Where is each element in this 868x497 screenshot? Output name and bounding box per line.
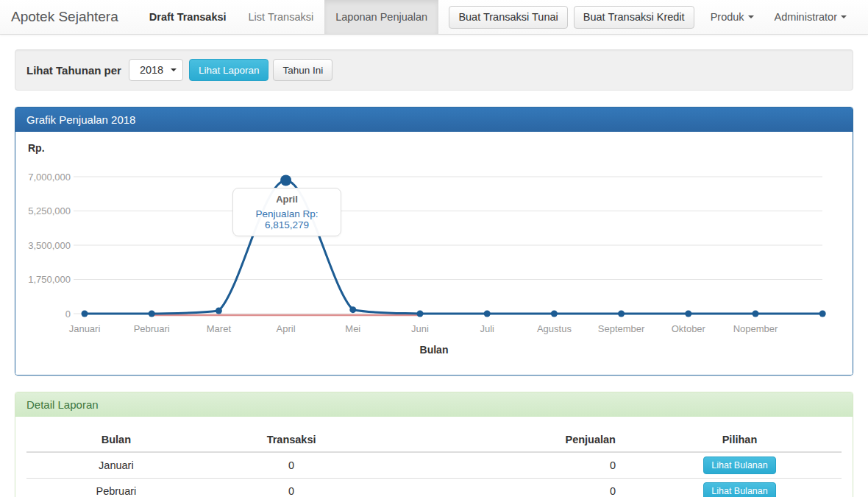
detail-laporan-panel: Detail Laporan Bulan Transaksi Penjualan… <box>15 392 853 497</box>
year-select-value: 2018 <box>140 64 163 76</box>
produk-dropdown[interactable]: Produk <box>700 11 764 23</box>
svg-text:Mei: Mei <box>345 323 360 334</box>
svg-text:Nopember: Nopember <box>733 323 778 334</box>
administrator-dropdown-label: Administrator <box>775 11 837 23</box>
cell-bulan: Januari <box>26 452 206 479</box>
navbar: Apotek Sejahtera Draft Transaksi List Tr… <box>0 0 868 35</box>
detail-panel-title: Detail Laporan <box>15 392 853 417</box>
select-arrow-icon <box>171 68 177 71</box>
nav-item-draft-transaksi[interactable]: Draft Transaksi <box>138 0 238 34</box>
chart-panel-title: Grafik Penjualan 2018 <box>15 107 853 132</box>
svg-text:7,000,000: 7,000,000 <box>28 172 71 183</box>
chevron-down-icon <box>748 15 754 18</box>
buat-transaksi-kredit-button[interactable]: Buat Transaksi Kredit <box>574 6 694 29</box>
buat-transaksi-tunai-button[interactable]: Buat Transaksi Tunai <box>449 6 567 29</box>
sales-chart-panel: Grafik Penjualan 2018 Rp. 01,750,0003,50… <box>15 107 853 376</box>
svg-text:Juli: Juli <box>480 323 494 334</box>
administrator-dropdown[interactable]: Administrator <box>764 11 857 23</box>
line-chart-canvas[interactable]: 01,750,0003,500,0005,250,0007,000,000Jan… <box>15 132 853 339</box>
table-row: Januari 0 0 Lihat Bulanan <box>26 452 842 479</box>
nav-item-list-transaksi[interactable]: List Transaksi <box>238 0 325 34</box>
svg-text:Pebruari: Pebruari <box>134 323 170 334</box>
monthly-report-table: Bulan Transaksi Penjualan Pilihan Januar… <box>26 428 842 497</box>
detail-table-wrapper: Bulan Transaksi Penjualan Pilihan Januar… <box>15 417 853 497</box>
year-select[interactable]: 2018 <box>129 59 183 81</box>
header-pilihan: Pilihan <box>638 428 842 452</box>
lihat-bulanan-button[interactable]: Lihat Bulanan <box>703 457 775 474</box>
cell-penjualan: 0 <box>377 452 638 479</box>
nav-item-laporan-penjualan[interactable]: Laponan Penjualan <box>324 0 438 34</box>
year-filter-bar: Lihat Tahunan per 2018 Lihat Laporan Tah… <box>15 49 853 91</box>
header-transaksi: Transaksi <box>206 428 377 452</box>
svg-text:5,250,000: 5,250,000 <box>28 205 71 216</box>
navbar-right: Buat Transaksi Tunai Buat Transaksi Kred… <box>449 0 868 34</box>
lihat-bulanan-button[interactable]: Lihat Bulanan <box>703 482 775 497</box>
svg-text:September: September <box>598 323 645 334</box>
cell-transaksi: 0 <box>206 452 377 479</box>
svg-text:Maret: Maret <box>207 323 232 334</box>
svg-text:Oktober: Oktober <box>672 323 706 334</box>
lihat-laporan-button[interactable]: Lihat Laporan <box>189 59 269 81</box>
svg-text:3,500,000: 3,500,000 <box>28 240 71 251</box>
main-content: Lihat Tahunan per 2018 Lihat Laporan Tah… <box>0 35 868 497</box>
svg-text:Juni: Juni <box>411 323 429 334</box>
svg-text:April: April <box>277 323 296 334</box>
tooltip-month: April <box>238 194 336 205</box>
svg-text:Agustus: Agustus <box>537 323 572 334</box>
svg-text:1,750,000: 1,750,000 <box>28 274 71 285</box>
chart-tooltip: April Penjualan Rp: 6,815,279 <box>232 188 341 236</box>
header-bulan: Bulan <box>26 428 206 452</box>
tahun-ini-button[interactable]: Tahun Ini <box>273 59 332 81</box>
header-penjualan: Penjualan <box>377 428 638 452</box>
app-brand[interactable]: Apotek Sejahtera <box>0 0 129 34</box>
cell-bulan: Pebruari <box>26 479 206 497</box>
produk-dropdown-label: Produk <box>711 11 744 23</box>
sales-chart[interactable]: Rp. 01,750,0003,500,0005,250,0007,000,00… <box>15 132 853 375</box>
tooltip-value: Penjualan Rp: 6,815,279 <box>238 208 336 230</box>
year-filter-label: Lihat Tahunan per <box>26 64 121 77</box>
table-header-row: Bulan Transaksi Penjualan Pilihan <box>26 428 842 452</box>
cell-penjualan: 0 <box>377 479 638 497</box>
table-row: Pebruari 0 0 Lihat Bulanan <box>26 479 842 497</box>
chevron-down-icon <box>841 15 847 18</box>
svg-text:0: 0 <box>65 309 71 320</box>
x-axis-title: Bulan <box>15 344 853 356</box>
svg-text:Januari: Januari <box>69 323 101 334</box>
cell-transaksi: 0 <box>206 479 377 497</box>
